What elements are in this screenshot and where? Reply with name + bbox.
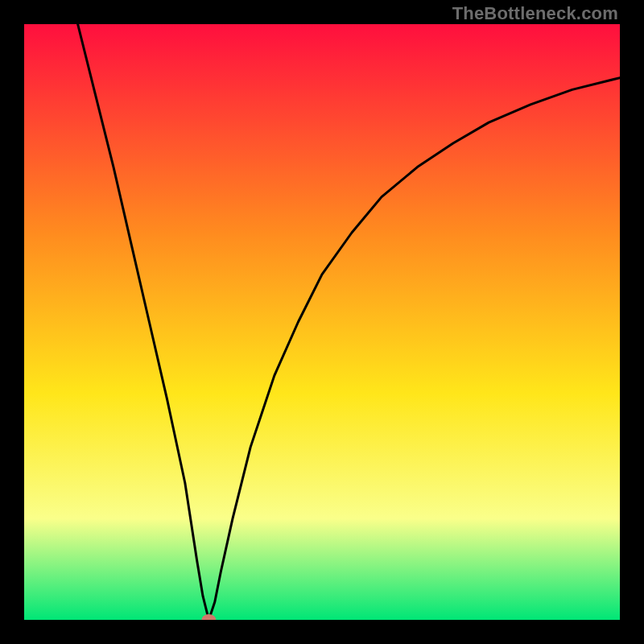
plot-area bbox=[24, 24, 620, 620]
chart-frame: TheBottleneck.com bbox=[0, 0, 644, 644]
watermark-text: TheBottleneck.com bbox=[452, 3, 618, 24]
gradient-background bbox=[24, 24, 620, 620]
bottleneck-chart bbox=[24, 24, 620, 620]
